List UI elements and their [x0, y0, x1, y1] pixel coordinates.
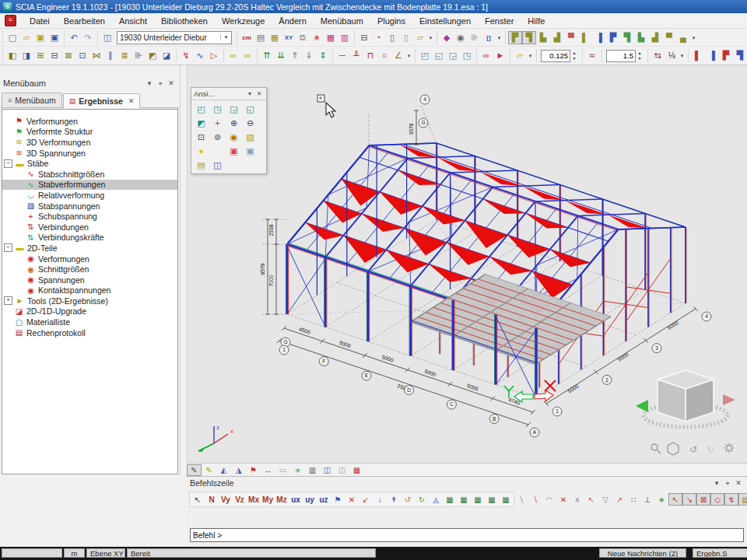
member-labels-icon[interactable]: ◮ [231, 464, 246, 476]
draw-perp-icon[interactable]: ╨ [349, 49, 363, 62]
undo-icon[interactable]: ↶ [67, 31, 81, 44]
result-mz-icon[interactable]: Mz [275, 493, 289, 506]
factor-value[interactable]: 1.5 [606, 50, 636, 62]
extend-icon[interactable]: ⊡ [75, 49, 89, 62]
view-mode-icon-1[interactable]: ▛ [508, 31, 522, 44]
snap-intersection-icon[interactable]: ∗ [654, 493, 668, 506]
view-top-icon[interactable]: ◰ [193, 102, 209, 116]
view-mode-icon-5[interactable]: ▀ [564, 31, 578, 44]
table-results-icon[interactable]: ◫ [320, 464, 335, 476]
copy-member-icon[interactable]: ◨ [19, 49, 33, 62]
tab-ergebnisse[interactable]: ▤ Ergebnisse ✕ [63, 93, 141, 108]
zoom-region-icon[interactable]: ◠ [542, 493, 556, 506]
polyline-icon[interactable]: ↯ [179, 49, 193, 62]
draw-more-icon[interactable]: ▾ [405, 49, 412, 62]
palette-close-icon[interactable]: ✕ [254, 90, 264, 97]
status-results-cell[interactable]: Ergebn.S [693, 548, 747, 558]
wireframe-icon[interactable]: ◫ [209, 158, 226, 172]
tree-item-verbindungskraefte[interactable]: ⇅ Verbindungskräfte [2, 233, 177, 243]
grid-table-icon[interactable]: ▥ [338, 31, 352, 44]
snap-midpoint-icon[interactable]: ↘ [682, 493, 696, 506]
view-mode-icon-3[interactable]: ▙ [536, 31, 550, 44]
clipping-box-icon[interactable]: ▣ [226, 144, 242, 158]
view-mode-icon-8[interactable]: ▛ [606, 31, 620, 44]
paste-icon[interactable]: ⧉ [296, 31, 310, 44]
nav-icons[interactable]: ↺↻ [651, 443, 735, 455]
result-vz-icon[interactable]: Vz [233, 493, 247, 506]
document-icon[interactable]: ▯ [385, 31, 399, 44]
nav-cube[interactable] [636, 370, 735, 427]
calculator-icon[interactable]: ▦ [268, 31, 282, 44]
clipping-plane-icon[interactable]: ▣ [242, 144, 258, 158]
draw-rect-icon[interactable]: ⊓ [363, 49, 377, 62]
tree-item-verformte-struktur[interactable]: ⚑ Verformte Struktur [2, 127, 177, 138]
mirror-icon[interactable]: ⊞ [33, 49, 47, 62]
menu-menübaum[interactable]: Menübaum [314, 15, 370, 27]
tree-item-2d-1d-upgrade[interactable]: ◪ 2D-/1D-Upgrade [2, 306, 177, 317]
snap-arc-icon[interactable]: ↯ [724, 493, 738, 506]
angle-icon[interactable]: ∠ [391, 49, 405, 62]
vertex-corner-icon[interactable]: ↖ [584, 493, 598, 506]
move-member-icon[interactable]: ◧ [5, 49, 19, 62]
select-line-icon[interactable]: ∖ [514, 493, 528, 506]
table-preview-icon[interactable]: ◫ [335, 464, 349, 476]
view-glasses-icon-1[interactable]: ∞ [226, 49, 240, 62]
view-mode-icon-9[interactable]: ▜ [620, 31, 634, 44]
viewport[interactable]: 45005000500050005000474029240FEDCBG1A500… [187, 65, 747, 463]
palette-collapse-icon[interactable]: ▾ [245, 90, 254, 97]
tab-close-icon[interactable]: ✕ [128, 97, 135, 105]
tree-expander[interactable]: + [4, 296, 12, 305]
panel-collapse-icon[interactable]: ▾ [144, 79, 155, 87]
node-result-icon[interactable]: ↓ [373, 493, 387, 506]
section-grid-icon[interactable]: ▦ [349, 464, 364, 476]
tree-item-schnittgroessen[interactable]: ◉ Schnittgrößen [2, 264, 177, 275]
result-uz-icon[interactable]: uz [317, 493, 331, 506]
tree-item-stabschnittgroessen[interactable]: ∿ Stabschnittgrößen [2, 169, 177, 180]
view-mode-icon-12[interactable]: ▀ [662, 31, 676, 44]
print-icon[interactable]: ⊟ [357, 31, 371, 44]
cancel-selection-icon[interactable]: ✕ [556, 493, 570, 506]
page-copy-icon-1[interactable]: ◰ [418, 49, 432, 62]
status-messages-button[interactable]: Neue Nachrichten (2) [599, 548, 686, 558]
menu-bearbeiten[interactable]: Bearbeiten [57, 15, 112, 27]
views-more-icon[interactable]: ▾ [690, 31, 697, 44]
rotate-result2-icon[interactable]: ↻ [415, 493, 429, 506]
fly-mode-icon[interactable]: ► [493, 49, 507, 62]
menu-fenster[interactable]: Fenster [478, 15, 521, 27]
service-more-icon[interactable]: ▾ [527, 49, 534, 62]
swap-icon[interactable]: ⇆ [651, 49, 665, 62]
coordinates-icon[interactable]: XY [282, 31, 296, 44]
open-project-icon[interactable]: ▱ [19, 31, 33, 44]
zoom-window-icon[interactable]: ⊡ [193, 130, 209, 144]
export-icon[interactable]: ▱ [413, 31, 427, 44]
gallery-icon[interactable]: ▤ [254, 31, 268, 44]
background-icon[interactable]: ▤ [193, 158, 209, 172]
tree-item-stabspannungen[interactable]: ▨ Stabspannungen [2, 201, 177, 212]
view-mode-icon-4[interactable]: ▟ [550, 31, 564, 44]
menu-ansicht[interactable]: Ansicht [112, 15, 154, 27]
tab-menubaum[interactable]: ≡ Menübaum [2, 93, 62, 107]
view-mode-icon-11[interactable]: ▟ [648, 31, 662, 44]
command-input[interactable] [190, 528, 744, 542]
snap-table-icon[interactable]: ▤ [738, 493, 747, 506]
units-icon[interactable]: cm [240, 31, 254, 44]
service-folder-icon[interactable]: ▱ [513, 49, 527, 62]
column-down-icon[interactable]: ⇊ [274, 49, 288, 62]
tree-item-2d-teile[interactable]: − ▬ 2D-Teile [2, 243, 177, 254]
tree-item-3d-spannungen[interactable]: ≋ 3D Spannungen [2, 148, 177, 159]
select-line2-icon[interactable]: ∖ [528, 493, 542, 506]
project-panel-icon[interactable]: ◫ [100, 31, 114, 44]
result-check-icon[interactable]: ✕ [345, 493, 359, 506]
text-params-icon[interactable]: ▭ [275, 464, 290, 476]
rotate-result-icon[interactable]: ↺ [401, 493, 415, 506]
def-table-icon[interactable]: ▦ [499, 493, 513, 506]
tree-item-materialliste[interactable]: ▢ Materialliste [2, 317, 177, 327]
status-unit-cell[interactable]: m [64, 548, 85, 558]
ratio-icon[interactable]: ⅛ [665, 49, 679, 62]
draw-line-icon[interactable]: ─ [335, 49, 349, 62]
levels-icon[interactable]: ⊪ [468, 31, 482, 44]
ratio-more-icon[interactable]: ▾ [679, 49, 686, 62]
redo-icon[interactable]: ↷ [81, 31, 95, 44]
sigma-x-plus-table-icon[interactable]: ▦ [443, 493, 457, 506]
tree-item-kontaktspannungen[interactable]: ◉ Kontaktspannungen [2, 285, 177, 296]
